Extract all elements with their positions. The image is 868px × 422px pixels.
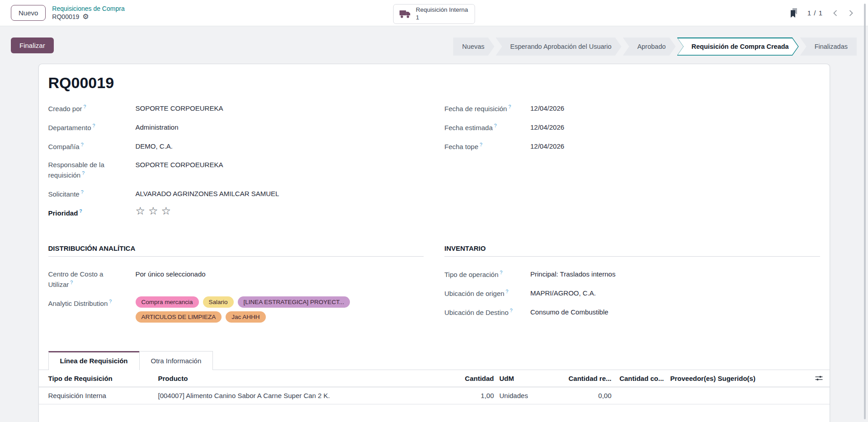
tag-jac-ahhh[interactable]: Jac AHHH — [226, 311, 265, 323]
help-icon: ? — [93, 123, 95, 128]
help-icon: ? — [81, 189, 84, 195]
breadcrumb: Requisiciones de Compra RQ00019 ⚙ — [52, 5, 124, 21]
field-creado-por-value[interactable]: SOPORTE CORPOEUREKA — [136, 103, 223, 114]
tag-salario[interactable]: Salario — [203, 296, 234, 308]
notebook-tabs: Línea de Requisición Otra Información — [39, 351, 830, 370]
table-empty-row — [39, 404, 830, 422]
col-udm[interactable]: UdM — [494, 374, 562, 383]
prev-page-button[interactable] — [832, 9, 839, 17]
field-fecha-estimada: Fecha estimada? 12/04/2026 — [444, 122, 820, 133]
tab-linea-de-requisicion[interactable]: Línea de Requisición — [48, 351, 140, 370]
field-responsable-value[interactable]: SOPORTE CORPOEUREKA — [136, 160, 223, 180]
pager-count: 1 / 1 — [807, 9, 823, 17]
finalize-button[interactable]: Finalizar — [11, 38, 54, 53]
star-icon-3[interactable]: ☆ — [161, 206, 171, 218]
tag-articulos-limpieza[interactable]: ARTICULOS DE LIMPIEZA — [136, 311, 222, 323]
stage-aprobado[interactable]: Aprobado — [623, 38, 676, 56]
field-tipo-operacion: Tipo de operación? Principal: Traslados … — [444, 269, 820, 280]
help-icon: ? — [109, 299, 112, 304]
cell-udm[interactable]: Unidades — [494, 391, 562, 400]
field-fecha-requisicion-value[interactable]: 12/04/2026 — [530, 103, 564, 114]
help-icon: ? — [84, 104, 86, 109]
cell-cantidad[interactable]: 1,00 — [420, 391, 494, 400]
help-icon: ? — [480, 142, 482, 147]
field-analytic-distribution: Analytic Distribution? Compra mercancia … — [48, 298, 424, 323]
cell-cantidad-re[interactable]: 0,00 — [562, 391, 612, 400]
field-departamento-value[interactable]: Administration — [136, 122, 179, 133]
cell-tipo[interactable]: Requisición Interna — [39, 391, 158, 400]
help-icon: ? — [82, 170, 85, 176]
next-page-button[interactable] — [848, 9, 854, 17]
field-solicitante: Solicitante? ALVARADO AGRINZONES AMILCAR… — [48, 189, 424, 199]
cell-cantidad-co[interactable] — [612, 394, 664, 396]
col-cantidad-co[interactable]: Cantidad co... — [612, 374, 664, 383]
tag-linea-estrategica[interactable]: [LINEA ESTRATEGICA] PROYECT... — [238, 296, 350, 308]
new-button[interactable]: Nuevo — [11, 5, 46, 21]
field-creado-por: Creado por? SOPORTE CORPOEUREKA — [48, 103, 424, 114]
col-cantidad-re[interactable]: Cantidad re... — [562, 374, 612, 383]
star-icon-1[interactable]: ☆ — [136, 206, 146, 218]
cell-producto[interactable]: [004007] Alimento Canino Sabor A Carne S… — [158, 391, 420, 400]
help-icon: ? — [510, 308, 513, 313]
truck-icon — [399, 9, 411, 19]
field-tipo-operacion-value[interactable]: Principal: Traslados internos — [530, 269, 615, 280]
analytic-tags: Compra mercancia Salario [LINEA ESTRATEG… — [136, 296, 424, 323]
requisition-lines-table: Tipo de Requisición Producto Cantidad Ud… — [39, 370, 830, 422]
field-ubicacion-destino-value[interactable]: Consumo de Combustible — [530, 307, 609, 318]
field-fecha-tope-value[interactable]: 12/04/2026 — [530, 141, 564, 152]
section-inventario: INVENTARIO Tipo de operación? Principal:… — [444, 244, 820, 331]
top-control-bar: Nuevo Requisiciones de Compra RQ00019 ⚙ … — [0, 0, 868, 26]
table-row[interactable]: Requisición Interna [004007] Alimento Ca… — [39, 387, 830, 404]
breadcrumb-current: RQ00019 — [52, 13, 79, 21]
field-fecha-estimada-value[interactable]: 12/04/2026 — [530, 122, 564, 133]
col-proveedores[interactable]: Proveedor(es) Sugerido(s) — [664, 374, 809, 383]
help-icon: ? — [70, 280, 73, 285]
status-bar: Finalizar Nuevas Esperando Aprobación de… — [0, 26, 868, 60]
fields-left-column: Creado por? SOPORTE CORPOEUREKA Departam… — [48, 103, 424, 226]
help-icon: ? — [506, 289, 509, 294]
form-sheet: RQ00019 Creado por? SOPORTE CORPOEUREKA … — [38, 64, 830, 422]
help-icon: ? — [81, 142, 84, 147]
stage-esperando-aprobacion[interactable]: Esperando Aprobación del Usuario — [496, 38, 622, 56]
field-centro-costo-value[interactable]: Por único seleccionado — [136, 269, 206, 290]
star-icon-2[interactable]: ☆ — [148, 206, 158, 218]
field-fecha-tope: Fecha tope? 12/04/2026 — [444, 141, 820, 152]
section-distribucion-analitica: DISTRIBUCIÓN ANALÍTICA Centro de Costo a… — [48, 244, 424, 331]
field-compania-value[interactable]: DEMO, C.A. — [136, 141, 173, 152]
field-compania: Compañía? DEMO, C.A. — [48, 141, 424, 152]
help-icon: ? — [494, 123, 497, 128]
tag-compra-mercancia[interactable]: Compra mercancia — [136, 296, 199, 308]
internal-requisition-smart-button[interactable]: Requisición Interna 1 — [393, 4, 475, 24]
help-icon: ? — [500, 270, 503, 275]
help-icon: ? — [79, 208, 82, 214]
cell-proveedores[interactable] — [664, 394, 809, 396]
field-fecha-requisicion: Fecha de requisición? 12/04/2026 — [444, 103, 820, 114]
field-prioridad: Prioridad? ☆ ☆ ☆ — [48, 208, 424, 218]
help-icon: ? — [508, 104, 511, 109]
stage-requisicion-creada-active[interactable]: Requisición de Compra Creada — [677, 38, 799, 56]
field-ubicacion-destino: Ubicación de Destino? Consumo de Combust… — [444, 307, 820, 318]
vertical-scrollbar[interactable] — [864, 4, 866, 419]
field-solicitante-value[interactable]: ALVARADO AGRINZONES AMILCAR SAMUEL — [136, 189, 279, 199]
col-cantidad[interactable]: Cantidad — [420, 374, 494, 383]
col-producto[interactable]: Producto — [158, 374, 420, 383]
col-tipo-requisicion[interactable]: Tipo de Requisición — [39, 374, 158, 383]
fields-right-column: Fecha de requisición? 12/04/2026 Fecha e… — [444, 103, 820, 226]
pager: 1 / 1 — [789, 8, 854, 18]
tab-otra-informacion[interactable]: Otra Información — [139, 351, 213, 370]
field-responsable: Responsable de la requisición? SOPORTE C… — [48, 160, 424, 180]
stage-finalizadas[interactable]: Finalizadas — [800, 38, 857, 56]
field-centro-costo: Centro de Costo a Utilizar? Por único se… — [48, 269, 424, 290]
smart-button-count: 1 — [416, 14, 420, 21]
field-ubicacion-origen: Ubicación de origen? MAPRI/AGROO, C.A. — [444, 288, 820, 299]
field-departamento: Departamento? Administration — [48, 122, 424, 133]
breadcrumb-parent-link[interactable]: Requisiciones de Compra — [52, 5, 124, 13]
bookmark-icon[interactable] — [789, 8, 798, 18]
field-ubicacion-origen-value[interactable]: MAPRI/AGROO, C.A. — [530, 288, 596, 299]
stage-nuevas[interactable]: Nuevas — [453, 38, 494, 56]
settings-gear-icon[interactable]: ⚙ — [82, 13, 89, 20]
optional-columns-icon[interactable] — [809, 374, 830, 382]
stage-pipeline: Nuevas Esperando Aprobación del Usuario … — [453, 38, 857, 56]
priority-stars: ☆ ☆ ☆ — [136, 206, 171, 218]
record-title: RQ00019 — [39, 74, 830, 92]
